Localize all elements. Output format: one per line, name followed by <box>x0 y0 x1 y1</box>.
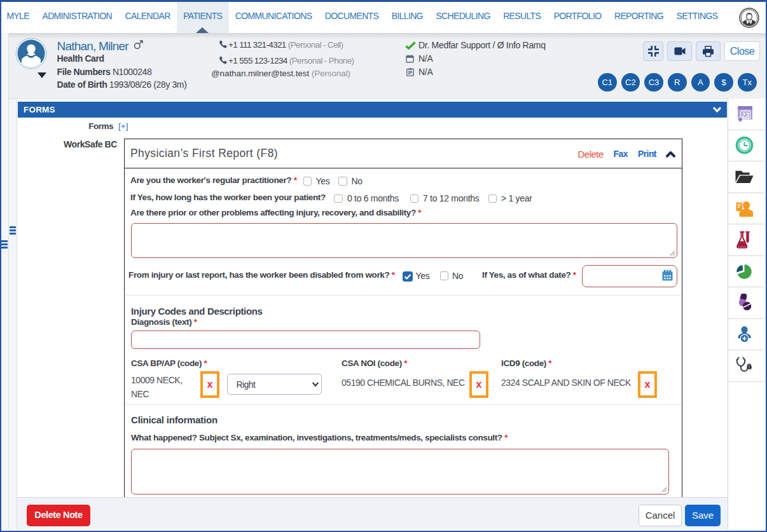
svg-text:23: 23 <box>742 111 749 118</box>
